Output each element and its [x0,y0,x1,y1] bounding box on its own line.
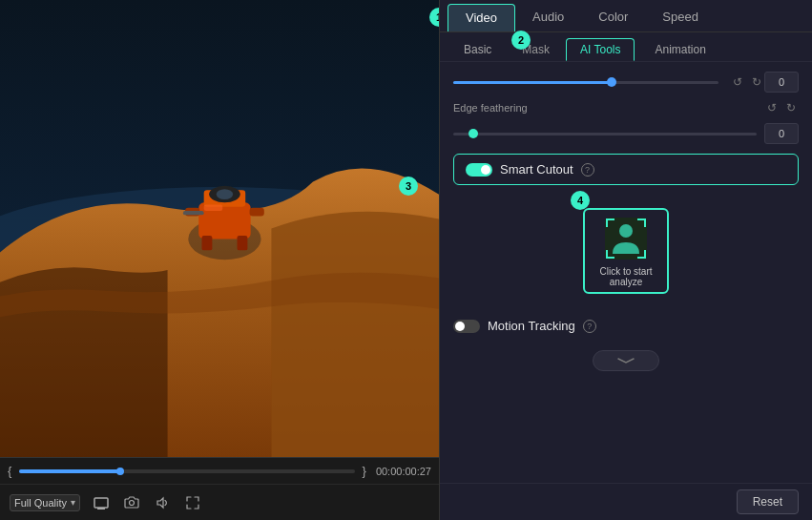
edge-redo-icon[interactable]: ↻ [783,100,799,115]
volume-icon[interactable] [153,493,172,512]
analyze-btn-container: 4 [453,198,799,303]
opacity-reset-icon[interactable]: ↺ [730,74,745,90]
quality-select[interactable]: Full Quality ▾ [10,494,80,511]
svg-rect-11 [204,204,223,211]
svg-point-6 [217,189,233,199]
sub-tabs: 2 Basic Mask AI Tools Animation [440,32,812,62]
sub-tab-ai-tools-label: AI Tools [580,43,620,56]
reset-btn-container: Reset [440,483,812,520]
svg-rect-9 [201,236,212,250]
bracket-right-icon: } [363,464,366,478]
opacity-slider-row: ↺ ↻ 0 [453,72,799,93]
svg-rect-8 [250,208,264,217]
controls-bar: Full Quality ▾ [0,484,439,520]
tab-video-label: Video [466,10,497,25]
top-tabs: 1 Video Audio Color Speed [440,0,812,32]
edge-feathering-label-row: Edge feathering ↺ ↻ [453,100,799,115]
motion-tracking-section: Motion Tracking ? [453,319,799,333]
smart-cutout-title: Smart Cutout [500,162,573,177]
video-panel: 3 1 { } 00:00:00:27 Full Quality ▾ [0,0,439,520]
badge-2: 2 [511,31,531,50]
svg-rect-14 [97,508,105,510]
motion-tracking-title: Motion Tracking [488,319,575,333]
chevron-down-icon: ▾ [71,497,75,508]
motion-tracking-toggle[interactable] [453,320,480,333]
timeline-bar-container: { } 00:00:00:27 [0,457,439,484]
analyze-icon [602,215,650,262]
sub-tab-basic[interactable]: Basic [449,38,506,61]
svg-rect-10 [238,236,248,250]
motion-tracking-help-icon[interactable]: ? [583,320,596,333]
panel-content: ↺ ↻ 0 Edge feathering ↺ ↻ [440,62,812,483]
smart-cutout-help-icon[interactable]: ? [581,163,594,177]
opacity-redo-icon[interactable]: ↻ [749,74,764,90]
sub-tab-animation-label: Animation [655,43,705,56]
sub-tab-ai-tools[interactable]: AI Tools [566,38,635,61]
tab-color[interactable]: Color [581,4,645,31]
smart-cutout-section: Smart Cutout ? [453,154,799,185]
screen-fit-icon[interactable] [92,493,111,512]
badge-4: 4 [571,191,590,210]
right-panel: 1 Video Audio Color Speed 2 Basic [439,0,812,520]
svg-point-15 [130,500,135,505]
video-canvas: 3 1 [0,0,439,457]
sub-tab-basic-label: Basic [464,43,491,56]
screenshot-icon[interactable] [122,493,141,512]
opacity-value[interactable]: 0 [764,72,799,93]
svg-point-17 [619,224,633,238]
edge-feathering-slider: 0 [453,123,799,144]
smart-cutout-header: Smart Cutout ? [466,162,786,177]
edge-feathering-label: Edge feathering [453,102,539,114]
tab-audio-label: Audio [532,10,564,24]
sub-tab-animation[interactable]: Animation [640,38,719,61]
svg-rect-13 [94,498,108,508]
analyze-button[interactable]: Click to start analyze [583,208,669,294]
timecode-display: 00:00:00:27 [376,466,431,477]
sliders-section: ↺ ↻ 0 [453,72,799,93]
edge-feathering-value[interactable]: 0 [764,123,799,144]
reset-button[interactable]: Reset [737,489,799,514]
tab-speed[interactable]: Speed [645,4,716,31]
scroll-hint [453,343,799,375]
tab-audio[interactable]: Audio [515,4,581,31]
edge-feathering-track[interactable] [453,133,757,135]
edge-reset-icon[interactable]: ↺ [764,100,780,115]
quality-label: Full Quality [14,497,67,509]
bracket-left-icon: { [8,464,11,478]
tab-speed-label: Speed [662,10,698,24]
tab-color-label: Color [598,10,628,24]
badge-3: 3 [399,177,418,196]
timeline-track[interactable] [19,469,354,473]
opacity-track[interactable] [453,81,718,84]
tab-video[interactable]: Video [448,4,515,31]
smart-cutout-toggle[interactable] [466,163,492,177]
analyze-label: Click to start analyze [585,266,667,287]
edge-feathering-section: Edge feathering ↺ ↻ 0 [453,100,799,144]
scroll-down-button[interactable] [593,350,659,371]
svg-rect-12 [183,211,204,215]
expand-icon[interactable] [183,493,202,512]
motion-tracking-header: Motion Tracking ? [453,319,799,333]
